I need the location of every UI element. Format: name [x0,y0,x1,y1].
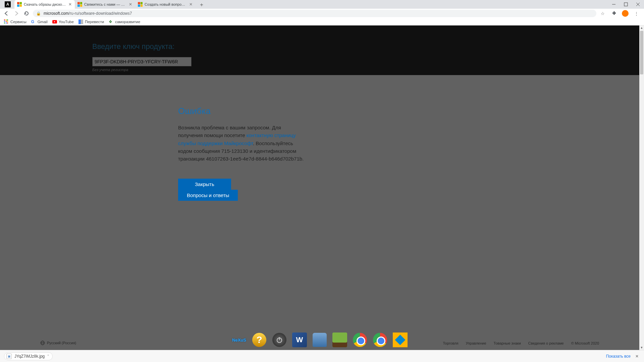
app-switcher-icon[interactable]: A [3,0,12,9]
error-modal: Ошибка Возникла проблема с вашим запросо… [178,106,306,201]
forward-button[interactable] [13,10,20,17]
minimize-button[interactable] [608,0,620,9]
extensions-icon[interactable] [610,10,618,17]
bookmark-translate[interactable]: Перевести [78,19,104,24]
dock-app-power[interactable] [271,332,287,348]
tab-strip: A Скачать образы дисков с Wind ✕ Свяжите… [0,0,644,9]
youtube-icon [52,19,57,24]
dock-app-nexus[interactable]: NeXuS [231,332,247,348]
bookmark-youtube[interactable]: YouTube [52,19,74,24]
close-button[interactable]: Закрыть [178,179,231,190]
browser-tab[interactable]: Создать новый вопрос или нач ✕ [135,0,196,9]
dock-app-geometry-dash[interactable] [392,332,408,348]
close-shelf-icon[interactable]: ✕ [634,354,640,359]
tab-title: Свяжитесь с нами — служба по [84,2,126,6]
apps-grid-icon [4,19,9,24]
page-viewport: Введите ключ продукта: Без учета регистр… [0,25,639,350]
scroll-down-button[interactable]: ▼ [639,345,644,350]
chrome-menu-icon[interactable]: ⋮ [633,10,640,17]
profile-avatar[interactable] [622,10,629,17]
translate-icon [78,19,83,24]
dock-app-help[interactable]: ? [251,332,267,348]
product-key-section: Введите ключ продукта: Без учета регистр… [92,42,192,72]
microsoft-favicon [77,2,82,7]
bookmark-gmail[interactable]: G Gmail [31,19,48,24]
faq-button[interactable]: Вопросы и ответы [178,190,238,201]
microsoft-favicon [138,2,143,7]
svg-rect-6 [81,19,83,24]
svg-rect-5 [78,19,81,24]
tab-title: Скачать образы дисков с Wind [24,2,66,6]
show-all-downloads-link[interactable]: Показать все [606,354,631,359]
browser-tab[interactable]: Свяжитесь с нами — служба по ✕ [75,0,135,9]
svg-rect-1 [624,3,628,6]
google-g-icon: G [31,19,36,24]
dock-app-recycle-bin[interactable] [312,332,328,348]
footer-link[interactable]: Торговля [443,341,458,345]
dock-app-chrome-2[interactable] [372,332,388,348]
new-tab-button[interactable]: ＋ [198,1,206,9]
scroll-up-button[interactable]: ▲ [639,25,644,30]
close-tab-icon[interactable]: ✕ [189,2,193,6]
dock-app-word[interactable]: W [291,332,308,348]
bookmark-selfdev[interactable]: ❖ саморазвитие [109,19,140,24]
error-title: Ошибка [178,106,306,116]
url-text: microsoft.com/ru-ru/software-download/wi… [44,11,593,16]
window-controls [608,0,644,9]
leaf-icon: ❖ [109,19,113,24]
star-bookmark-icon[interactable]: ☆ [599,10,606,17]
download-item[interactable]: ▣ JYqZ7iMJz8k.jpg ˄ [4,352,53,360]
address-bar-row: 🔒 microsoft.com/ru-ru/software-download/… [0,9,644,18]
vertical-scrollbar[interactable]: ▲ ▼ [639,25,644,350]
file-icon: ▣ [6,354,12,359]
maximize-button[interactable] [620,0,632,9]
desktop-dock: NeXuS ? W [231,332,408,348]
footer-link[interactable]: Управление [466,341,486,345]
browser-tab[interactable]: Скачать образы дисков с Wind ✕ [14,0,75,9]
address-bar[interactable]: 🔒 microsoft.com/ru-ru/software-download/… [33,10,596,17]
bookmark-apps[interactable]: Сервисы [4,19,26,24]
product-key-input[interactable] [92,57,192,66]
globe-icon [40,341,45,345]
footer-copyright: © Microsoft 2020 [571,341,599,345]
product-key-title: Введите ключ продукта: [92,42,192,51]
lock-icon: 🔒 [36,11,41,16]
error-body: Возникла проблема с вашим запросом. Для … [178,124,306,163]
footer-link[interactable]: Сведения о рекламе [528,341,564,345]
tab-title: Создать новый вопрос или нач [145,2,187,6]
back-button[interactable] [3,10,10,17]
dock-app-minecraft[interactable] [332,332,348,348]
scroll-thumb[interactable] [640,31,643,74]
language-selector[interactable]: Русский (Россия) [40,341,76,345]
product-key-note: Без учета регистра [92,68,192,72]
chevron-up-icon[interactable]: ˄ [47,354,49,358]
close-tab-icon[interactable]: ✕ [128,2,132,6]
download-filename: JYqZ7iMJz8k.jpg [14,354,45,359]
close-window-button[interactable] [632,0,644,9]
dock-app-chrome[interactable] [352,332,368,348]
bookmarks-bar: Сервисы G Gmail YouTube Перевести ❖ само… [0,18,644,25]
close-tab-icon[interactable]: ✕ [68,2,72,6]
reload-button[interactable] [23,10,30,17]
downloads-shelf: ▣ JYqZ7iMJz8k.jpg ˄ Показать все ✕ [0,350,644,362]
footer-link[interactable]: Товарные знаки [494,341,521,345]
microsoft-favicon [17,2,22,7]
